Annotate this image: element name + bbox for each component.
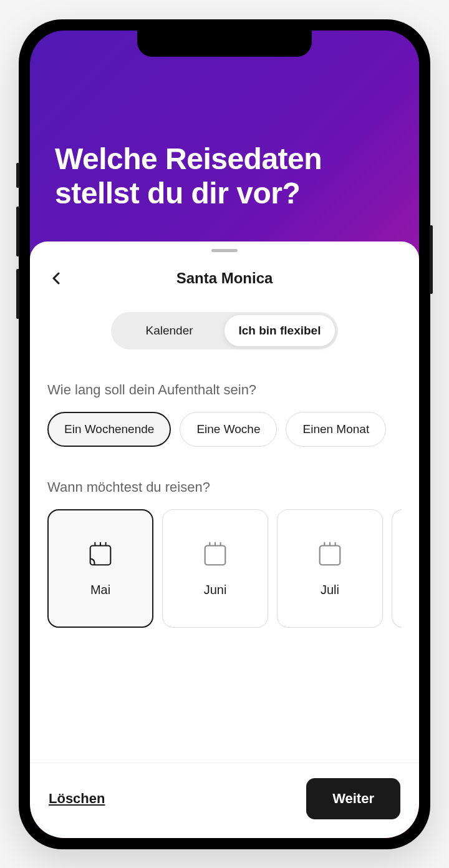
screen: Welche Reisedaten stellst du dir vor? Sa… — [30, 31, 419, 838]
chevron-left-icon — [51, 272, 61, 285]
calendar-icon — [86, 539, 115, 568]
calendar-icon — [201, 539, 229, 568]
volume-down-button — [16, 269, 19, 319]
page-headline: Welche Reisedaten stellst du dir vor? — [55, 142, 394, 210]
mute-switch — [16, 163, 19, 188]
clear-button[interactable]: Löschen — [49, 791, 105, 807]
phone-frame: Welche Reisedaten stellst du dir vor? Sa… — [19, 19, 430, 849]
sheet-content: Wie lang soll dein Aufenthalt sein? Ein … — [30, 349, 419, 763]
volume-up-button — [16, 207, 19, 256]
tab-calendar[interactable]: Kalender — [114, 315, 224, 346]
notch — [137, 31, 312, 57]
power-button — [430, 225, 433, 294]
svg-rect-8 — [320, 546, 340, 565]
month-card-mai[interactable]: Mai — [47, 509, 153, 628]
month-label: Mai — [90, 583, 110, 597]
month-grid: Mai Juni — [47, 509, 402, 628]
months-label: Wann möchtest du reisen? — [47, 479, 402, 495]
next-button[interactable]: Weiter — [306, 778, 400, 819]
svg-rect-4 — [205, 546, 226, 565]
month-label: Juni — [204, 583, 227, 597]
calendar-icon — [316, 539, 344, 568]
sheet-header: Santa Monica — [30, 252, 419, 295]
duration-chip-weekend[interactable]: Ein Wochenende — [47, 412, 171, 447]
month-label: Juli — [321, 583, 339, 597]
duration-chips: Ein Wochenende Eine Woche Einen Monat — [47, 412, 402, 447]
duration-label: Wie lang soll dein Aufenthalt sein? — [47, 382, 402, 398]
month-card-juni[interactable]: Juni — [162, 509, 268, 628]
date-mode-toggle: Kalender Ich bin flexibel — [111, 312, 338, 349]
back-button[interactable] — [47, 270, 65, 287]
duration-chip-month[interactable]: Einen Monat — [286, 412, 386, 447]
bottom-sheet: Santa Monica Kalender Ich bin flexibel W… — [30, 241, 419, 838]
month-card-next[interactable] — [392, 509, 402, 628]
sheet-title: Santa Monica — [47, 270, 402, 287]
duration-chip-week[interactable]: Eine Woche — [180, 412, 277, 447]
tab-flexible[interactable]: Ich bin flexibel — [224, 315, 335, 346]
month-card-juli[interactable]: Juli — [277, 509, 383, 628]
sheet-footer: Löschen Weiter — [30, 763, 419, 838]
